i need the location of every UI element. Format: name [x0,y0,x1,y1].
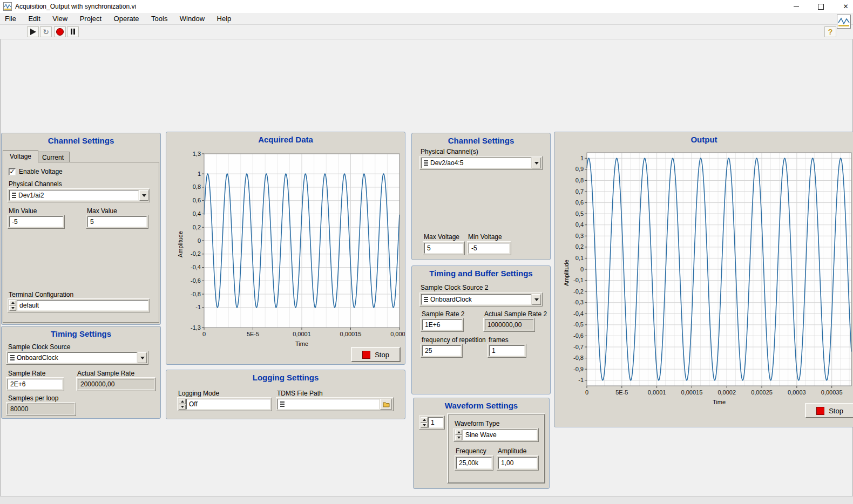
dropdown-arrow-button[interactable] [138,352,147,363]
acquired-data-graph: 05E-50,00010,000150,00021,310,80,60,40,2… [186,149,405,339]
decrement-button[interactable] [421,423,428,428]
menu-project[interactable]: Project [75,13,106,24]
x-tick-label: 0,0002 [717,389,736,396]
y-tick-label: -1 [195,304,201,310]
output-panel: Output Amplitude 05E-50,00010,000150,000… [554,132,853,427]
pause-button[interactable] [67,26,79,37]
increment-button[interactable] [455,430,462,435]
stop-button-output[interactable]: Stop [805,403,853,418]
panel-title: Waveform Settings [414,398,549,410]
menu-operate[interactable]: Operate [109,13,144,24]
help-button[interactable]: ? [824,26,836,37]
decrement-button[interactable] [179,405,186,410]
minimize-button[interactable] [784,0,808,13]
tab-voltage-label: Voltage [10,153,31,160]
logging-mode-value: Off [189,400,198,408]
dropdown-arrow-button[interactable] [532,294,541,305]
run-continuous-button[interactable]: ↻ [40,26,52,37]
amplitude-input[interactable]: 1,00 [497,455,539,471]
physical-channels-dropdown[interactable]: Dev1/ai2 [8,188,150,202]
stop-square-icon [362,351,370,359]
terminal-config-label: Terminal Configuration [9,291,73,298]
sample-clock-source-dropdown[interactable]: OnboardClock [6,351,148,365]
tdms-file-path-input[interactable] [276,397,394,411]
abort-button[interactable] [54,26,66,37]
sample-rate-input[interactable]: 2E+6 [6,377,64,391]
tab-voltage[interactable]: Voltage [3,150,38,162]
amplitude-field: 1,00 [498,457,537,469]
menu-view[interactable]: View [48,13,72,24]
spinner [455,430,462,440]
terminal-config-ring[interactable]: default [8,298,150,312]
max-value-input[interactable]: 5 [86,215,148,229]
samples-per-loop-indicator: 80000 [6,402,76,416]
menu-edit[interactable]: Edit [23,13,45,24]
waveform-index-spinner[interactable]: 1 [419,416,445,430]
waveform-type-field: Sine Wave [463,430,537,440]
dropdown-arrow-button[interactable] [139,190,148,201]
panel-title: Acquired Data [166,132,405,144]
sample-rate-label: Sample Rate [8,370,45,377]
stop-button-acquisition[interactable]: Stop [351,347,401,362]
chevron-down-icon [457,437,461,439]
chevron-down-icon [140,357,145,359]
help-icon: ? [828,28,833,36]
y-tick-label: 0,2 [193,224,201,230]
y-tick-label: 0 [198,237,201,244]
sample-rate2-input[interactable]: 1E+6 [421,318,464,332]
y-tick-label: 0,1 [576,255,584,261]
panel-title: Channel Settings [412,133,550,145]
horizontal-scrollbar[interactable] [0,496,853,504]
run-button[interactable] [27,26,39,37]
pause-icon [71,27,75,37]
chevron-down-icon [11,307,15,309]
folder-icon [383,401,390,407]
increment-button[interactable] [9,300,16,305]
y-tick-label: 0,2 [576,243,584,250]
frequency-of-repetition-input[interactable]: 25 [421,344,463,358]
logging-mode-ring[interactable]: Off [177,397,272,411]
min-voltage-input[interactable]: -5 [467,241,511,255]
tdms-file-path-field [277,399,380,410]
close-button[interactable]: ✕ [834,0,853,13]
min-value-input[interactable]: -5 [8,215,65,229]
decrement-button[interactable] [455,435,462,441]
frequency-of-repetition-text: 25 [425,347,432,355]
actual-sample-rate-indicator: 2000000,00 [76,377,156,391]
terminal-config-field: default [17,300,148,311]
menu-tools[interactable]: Tools [146,13,172,24]
enable-voltage-checkbox[interactable]: ✓ Enable Voltage [9,168,63,175]
panel-title: Output [554,132,853,144]
x-tick-label: 0,0001 [293,331,311,337]
dropdown-arrow-button[interactable] [532,158,541,168]
max-voltage-input[interactable]: 5 [423,241,465,255]
physical-channel-dropdown[interactable]: Dev2/ao4:5 [419,156,543,170]
y-tick-label: 0,8 [576,177,584,183]
x-tick-label: 0,00015 [681,389,703,396]
menu-file[interactable]: File [0,13,21,24]
chevron-up-icon [181,400,184,403]
amplitude-label: Amplitude [498,447,526,455]
chevron-up-icon [457,431,461,433]
menu-help[interactable]: Help [212,13,236,24]
increment-button[interactable] [179,399,186,404]
waveform-type-ring[interactable]: Sine Wave [453,428,539,442]
waveform-type-label: Waveform Type [455,420,499,427]
tab-current[interactable]: Current [36,152,70,162]
run-icon [30,29,36,35]
tab-current-label: Current [42,154,64,161]
maximize-button[interactable] [809,0,833,13]
max-value-label: Max Value [87,207,117,215]
io-icon [424,297,428,303]
y-tick-label: -1,3 [191,324,201,331]
x-tick-label: 0,00015 [340,331,362,337]
decrement-button[interactable] [9,306,16,311]
menu-window[interactable]: Window [175,13,209,24]
max-value-field: 5 [87,216,147,227]
terminal-config-value: default [19,302,39,309]
sample-clock-source2-dropdown[interactable]: OnboardClock [419,292,543,307]
browse-button[interactable] [380,399,392,410]
increment-button[interactable] [421,417,428,423]
frequency-input[interactable]: 25,00k [455,455,493,471]
physical-channel-label: Physical Channel(s) [421,148,478,155]
